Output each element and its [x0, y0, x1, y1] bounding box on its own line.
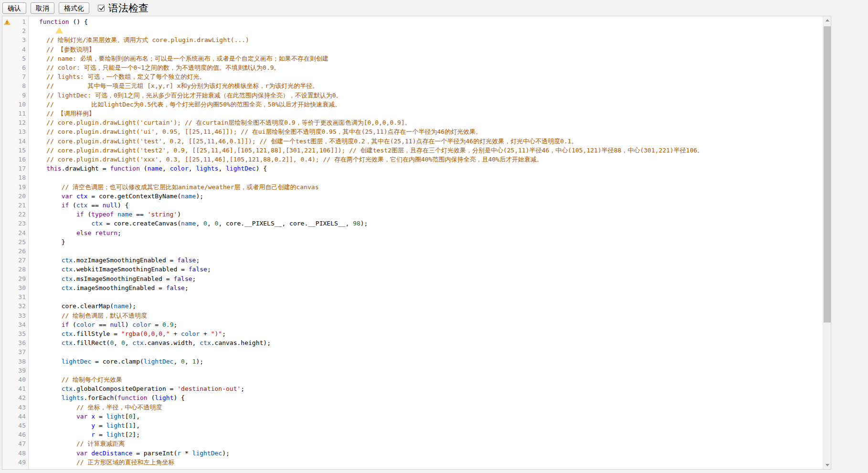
line-number: 44 [11, 412, 29, 421]
code-line[interactable]: 47 // 计算衰减距离 [2, 439, 823, 448]
code-line[interactable]: 25 } [2, 237, 823, 247]
code-text: // color: 可选，只能是一个0~1之间的数，为不透明度的值。不填则默认为… [29, 63, 714, 72]
code-line[interactable]: 3 // 绘制灯光/漆黑层效果。调用方式 core.plugin.drawLig… [2, 35, 823, 44]
line-number: 25 [11, 237, 29, 247]
code-line[interactable]: 15 // core.plugin.drawLight('test2', 0.9… [2, 146, 823, 155]
lint-marker-slot [2, 91, 11, 100]
line-number: 5 [11, 54, 29, 63]
lint-marker-slot [2, 366, 11, 375]
code-line[interactable]: 6 // color: 可选，只能是一个0~1之间的数，为不透明度的值。不填则默… [2, 63, 823, 72]
line-number: 8 [11, 81, 29, 90]
syntax-check-group: 语法检查 [98, 1, 148, 15]
code-line[interactable]: 39 [2, 366, 823, 375]
scrollbar-thumb[interactable] [824, 26, 831, 322]
line-number: 32 [11, 301, 29, 311]
format-button[interactable]: 格式化 [59, 2, 89, 14]
lint-marker-slot [2, 338, 11, 347]
code-line[interactable]: 24 else return; [2, 228, 823, 237]
code-line[interactable]: 21 if (ctx == null) { [2, 201, 823, 210]
code-line[interactable]: 34 if (color == null) color = 0.9; [2, 320, 823, 329]
code-line[interactable]: 37 [2, 347, 823, 356]
gutter-cell: 16 [2, 155, 29, 164]
code-line[interactable]: 22 if (typeof name == 'string') [2, 210, 823, 219]
code-line[interactable]: 1function () { [2, 17, 823, 26]
code-line[interactable]: 28 ctx.webkitImageSmoothingEnabled = fal… [2, 265, 823, 274]
code-line[interactable]: 8 // 其中每一项是三元组 [x,y,r] x和y分别为该灯光的横纵坐标，r为… [2, 81, 823, 90]
gutter-cell: 9 [2, 91, 29, 100]
code-line[interactable]: 41 ctx.globalCompositeOperation = 'desti… [2, 384, 823, 393]
code-line[interactable]: 16 // core.plugin.drawLight('xxx', 0.3, … [2, 155, 823, 164]
syntax-check-checkbox[interactable] [98, 5, 105, 11]
code-line[interactable]: 10 // 比如lightDec为0.5代表，每个灯光部分内圈50%的范围全亮，… [2, 100, 823, 109]
scroll-up-button[interactable] [823, 16, 831, 24]
gutter-cell: 39 [2, 366, 29, 375]
code-line[interactable]: 13 // core.plugin.drawLight('ui', 0.95, … [2, 127, 823, 136]
lint-marker-slot [2, 155, 11, 164]
code-line[interactable]: 42 lights.forEach(function (light) { [2, 393, 823, 402]
code-line[interactable]: 11 // 【调用样例】 [2, 109, 823, 118]
code-line[interactable]: 45 y = light[1], [2, 421, 823, 430]
code-line[interactable]: 19 // 清空色调层；也可以修改成其它层比如animate/weather层，… [2, 183, 823, 192]
code-line[interactable]: 43 // 坐标，半径，中心不透明度 [2, 403, 823, 412]
gutter-cell: 5 [2, 54, 29, 63]
lint-marker-slot [2, 311, 11, 320]
code-text: // 绘制灯光/漆黑层效果。调用方式 core.plugin.drawLight… [29, 35, 714, 44]
gutter-cell: 36 [2, 338, 29, 347]
code-line[interactable]: 49 // 正方形区域的直径和左上角坐标 [2, 458, 823, 467]
code-line[interactable]: 46 r = light[2]; [2, 430, 823, 439]
code-text: // core.plugin.drawLight('xxx', 0.3, [[2… [29, 155, 714, 164]
code-line[interactable]: 44 var x = light[0], [2, 412, 823, 421]
code-line[interactable]: 23 ctx = core.createCanvas(name, 0, 0, c… [2, 219, 823, 228]
line-number: 4 [11, 45, 29, 54]
code-line[interactable]: 30 ctx.imageSmoothingEnabled = false; [2, 283, 823, 292]
code-line[interactable]: 26 [2, 247, 823, 256]
line-number: 10 [11, 100, 29, 109]
lint-marker-slot [2, 403, 11, 412]
gutter-cell: 20 [2, 192, 29, 201]
gutter-cell: 49 [2, 458, 29, 467]
gutter-cell: 47 [2, 439, 29, 448]
code-line[interactable]: 17 this.drawLight = function (name, colo… [2, 164, 823, 173]
code-text: else return; [29, 228, 714, 237]
code-editor[interactable]: 1function () {23 // 绘制灯光/漆黑层效果。调用方式 core… [2, 16, 831, 470]
line-number: 46 [11, 430, 29, 439]
code-text: // lights: 可选，一个数组，定义了每个独立的灯光。 [29, 72, 714, 81]
code-line[interactable]: 7 // lights: 可选，一个数组，定义了每个独立的灯光。 [2, 72, 823, 81]
line-number: 3 [11, 35, 29, 44]
code-line[interactable]: 18 [2, 173, 823, 182]
code-line[interactable]: 35 ctx.fillStyle = "rgba(0,0,0," + color… [2, 329, 823, 338]
line-number: 15 [11, 146, 29, 155]
code-line[interactable]: 14 // core.plugin.drawLight('test', 0.2,… [2, 137, 823, 146]
code-line[interactable]: 48 var decDistance = parseInt(r * lightD… [2, 449, 823, 458]
syntax-check-label: 语法检查 [108, 1, 148, 15]
confirm-button[interactable]: 确认 [2, 2, 26, 14]
code-line[interactable]: 33 // 绘制色调层，默认不透明度 [2, 311, 823, 320]
scroll-down-button[interactable] [823, 461, 831, 469]
code-line[interactable]: 20 var ctx = core.getContextByName(name)… [2, 192, 823, 201]
line-number: 23 [11, 219, 29, 228]
lint-marker-slot [2, 35, 11, 44]
code-line[interactable]: 29 ctx.msImageSmoothingEnabled = false; [2, 274, 823, 283]
code-line[interactable]: 40 // 绘制每个灯光效果 [2, 375, 823, 384]
code-text: // 其中每一项是三元组 [x,y,r] x和y分别为该灯光的横纵坐标，r为该灯… [29, 81, 714, 90]
cancel-button[interactable]: 取消 [31, 2, 54, 14]
code-text: ctx = core.createCanvas(name, 0, 0, core… [29, 219, 714, 228]
code-line[interactable]: 2 [2, 26, 823, 35]
gutter-cell: 14 [2, 137, 29, 146]
line-number: 11 [11, 109, 29, 118]
code-line[interactable]: 38 lightDec = core.clamp(lightDec, 0, 1)… [2, 357, 823, 366]
vertical-scrollbar[interactable] [823, 16, 831, 469]
gutter-cell: 26 [2, 247, 29, 256]
code-line[interactable]: 4 // 【参数说明】 [2, 45, 823, 54]
code-line[interactable]: 31 [2, 292, 823, 301]
gutter-cell: 1 [2, 17, 29, 26]
code-line[interactable]: 5 // name: 必填，要绘制到的画布名；可以是一个系统画布，或者是个自定义… [2, 54, 823, 63]
code-text: core.clearMap(name); [29, 301, 714, 311]
code-line[interactable]: 32 core.clearMap(name); [2, 301, 823, 311]
line-number: 27 [11, 256, 29, 265]
code-line[interactable]: 27 ctx.mozImageSmoothingEnabled = false; [2, 256, 823, 265]
code-line[interactable]: 9 // lightDec: 可选，0到1之间，光从多少百分比才开始衰减（在此范… [2, 91, 823, 100]
code-line[interactable]: 12 // core.plugin.drawLight('curtain'); … [2, 118, 823, 127]
code-line[interactable]: 36 ctx.fillRect(0, 0, ctx.canvas.width, … [2, 338, 823, 347]
gutter-cell: 29 [2, 274, 29, 283]
